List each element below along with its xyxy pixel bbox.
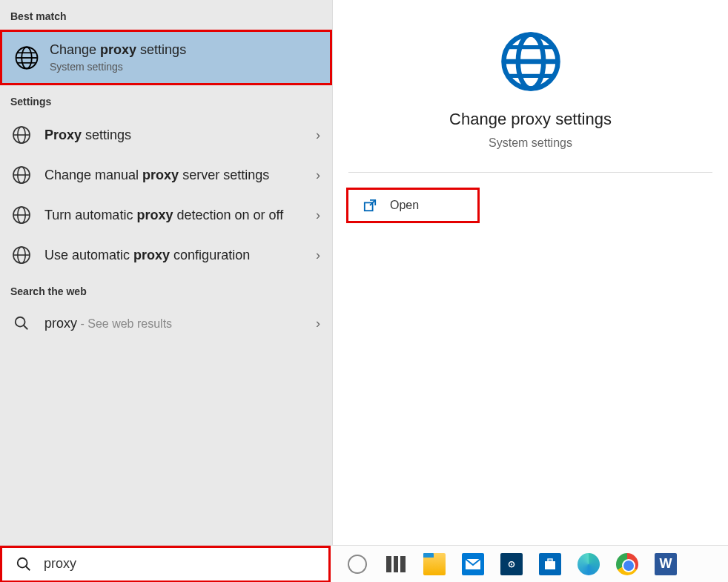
globe-icon xyxy=(12,245,31,265)
microsoft-store-icon[interactable] xyxy=(538,552,562,576)
section-header-settings: Settings xyxy=(0,85,332,115)
cortana-icon[interactable] xyxy=(345,552,369,576)
chevron-right-icon: › xyxy=(316,208,320,223)
divider xyxy=(348,172,712,173)
taskbar: ⊙ W xyxy=(0,545,728,582)
chevron-right-icon: › xyxy=(316,168,320,183)
task-view-icon[interactable] xyxy=(384,552,408,576)
globe-icon xyxy=(12,205,31,225)
search-box[interactable] xyxy=(0,546,331,583)
open-button[interactable]: Open xyxy=(346,188,480,223)
search-input[interactable] xyxy=(44,556,328,572)
svg-rect-29 xyxy=(545,561,555,569)
svg-point-26 xyxy=(18,558,27,567)
svg-point-17 xyxy=(16,317,25,327)
settings-item-label: Proxy settings xyxy=(44,128,316,143)
open-icon xyxy=(363,199,377,212)
section-header-best-match: Best match xyxy=(0,0,332,30)
globe-icon xyxy=(14,45,39,70)
edge-icon[interactable] xyxy=(577,552,600,576)
settings-item-manual-proxy[interactable]: Change manual proxy server settings › xyxy=(0,155,332,195)
best-match-title: Change proxy settings xyxy=(50,42,186,58)
settings-item-label: Change manual proxy server settings xyxy=(44,168,316,183)
globe-icon xyxy=(12,165,31,185)
detail-subtitle: System settings xyxy=(489,136,572,150)
chrome-icon[interactable] xyxy=(615,552,639,576)
settings-item-proxy-settings[interactable]: Proxy settings › xyxy=(0,115,332,155)
settings-item-auto-proxy-config[interactable]: Use automatic proxy configuration › xyxy=(0,235,332,275)
mail-icon[interactable] xyxy=(461,552,485,576)
section-header-web: Search the web xyxy=(0,275,332,305)
settings-item-auto-proxy-detect[interactable]: Turn automatic proxy detection on or off… xyxy=(0,195,332,235)
search-icon xyxy=(16,556,32,572)
detail-title: Change proxy settings xyxy=(449,110,612,129)
globe-icon xyxy=(12,125,31,145)
taskbar-icons: ⊙ W xyxy=(345,552,678,576)
open-label: Open xyxy=(390,199,419,212)
detail-panel: Change proxy settings System settings Op… xyxy=(332,0,728,545)
svg-line-18 xyxy=(24,325,28,330)
svg-rect-30 xyxy=(548,559,552,561)
chevron-right-icon: › xyxy=(316,316,320,331)
globe-icon xyxy=(499,30,563,93)
chevron-right-icon: › xyxy=(316,248,320,263)
best-match-text: Change proxy settings System settings xyxy=(50,42,186,73)
best-match-subtitle: System settings xyxy=(50,61,186,73)
settings-item-label: Turn automatic proxy detection on or off xyxy=(44,208,316,223)
best-match-item[interactable]: Change proxy settings System settings xyxy=(0,30,332,85)
web-result-item[interactable]: proxy - See web results › xyxy=(0,305,332,342)
word-icon[interactable]: W xyxy=(654,552,678,576)
settings-item-label: Use automatic proxy configuration xyxy=(44,248,316,263)
svg-line-27 xyxy=(26,566,30,570)
web-result-label: proxy - See web results xyxy=(44,316,316,331)
dell-icon[interactable]: ⊙ xyxy=(500,552,523,576)
search-icon xyxy=(12,314,31,333)
file-explorer-icon[interactable] xyxy=(423,552,446,576)
chevron-right-icon: › xyxy=(316,128,320,143)
search-results-panel: Best match Change proxy settings System … xyxy=(0,0,332,545)
